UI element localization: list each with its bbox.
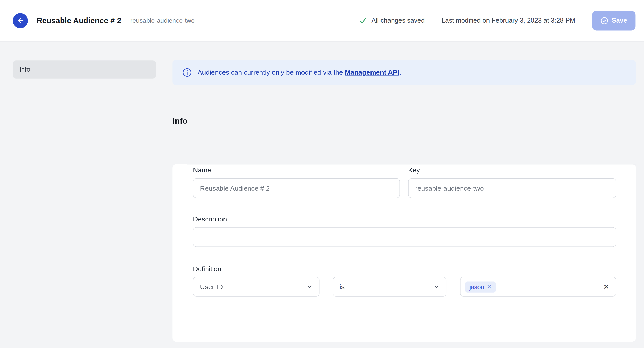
- info-icon: [182, 68, 192, 77]
- definition-label: Definition: [193, 265, 616, 273]
- operator-select[interactable]: is: [333, 277, 446, 297]
- definition-values-input[interactable]: jason ✕ ✕: [460, 277, 616, 297]
- check-icon: [359, 17, 367, 24]
- description-field-group: Description: [193, 215, 616, 247]
- key-input[interactable]: [408, 178, 616, 198]
- key-label: Key: [408, 166, 616, 174]
- info-card: Name Key Description Definition: [172, 164, 636, 342]
- header-divider: [433, 15, 433, 26]
- sidebar: Info: [0, 42, 172, 342]
- property-select-value: User ID: [200, 283, 223, 291]
- back-button[interactable]: [13, 13, 28, 28]
- sidebar-item-info[interactable]: Info: [13, 60, 156, 78]
- banner-text-prefix: Audiences can currently only be modified…: [198, 69, 345, 76]
- card-body: Name Key Description Definition: [172, 164, 636, 296]
- back-arrow-icon: [17, 17, 24, 24]
- chevron-down-icon: [307, 284, 313, 289]
- circle-check-icon: [600, 17, 608, 24]
- name-label: Name: [193, 166, 400, 174]
- remove-tag-icon[interactable]: ✕: [487, 284, 491, 290]
- definition-field-group: Definition User ID: [193, 265, 616, 296]
- app-window: Reusable Audience # 2 reusable-audience-…: [0, 0, 644, 348]
- management-api-link[interactable]: Management API: [345, 69, 399, 76]
- section-divider: [172, 140, 636, 140]
- banner-text: Audiences can currently only be modified…: [198, 69, 401, 76]
- description-input[interactable]: [193, 227, 616, 247]
- tag-chip-label: jason: [470, 283, 484, 290]
- page-subtitle: reusable-audience-two: [130, 17, 195, 24]
- tag-chip[interactable]: jason ✕: [465, 281, 496, 292]
- operator-select-value: is: [340, 283, 345, 291]
- banner-text-suffix: .: [399, 69, 401, 76]
- save-status-text: All changes saved: [371, 17, 425, 24]
- section-title: Info: [172, 116, 636, 126]
- sidebar-item-label: Info: [19, 66, 30, 73]
- property-select[interactable]: User ID: [193, 277, 319, 297]
- chevron-down-icon: [434, 284, 439, 289]
- page-title: Reusable Audience # 2: [36, 16, 121, 25]
- main-content: Audiences can currently only be modified…: [172, 42, 644, 342]
- clear-input-icon[interactable]: ✕: [603, 283, 609, 290]
- save-button-label: Save: [612, 17, 627, 24]
- key-field-group: Key: [408, 166, 616, 198]
- name-field-group: Name: [193, 166, 400, 198]
- name-key-row: Name Key: [193, 166, 616, 198]
- definition-controls: User ID is: [193, 277, 616, 297]
- header-right: All changes saved Last modified on Febru…: [359, 11, 635, 31]
- info-banner: Audiences can currently only be modified…: [172, 60, 636, 85]
- save-button[interactable]: Save: [592, 11, 636, 31]
- header: Reusable Audience # 2 reusable-audience-…: [0, 0, 644, 42]
- name-input[interactable]: [193, 178, 400, 198]
- page-body: Info Audiences can currently only be mod…: [0, 42, 644, 342]
- description-label: Description: [193, 215, 616, 223]
- last-modified-text: Last modified on February 3, 2023 at 3:2…: [442, 17, 575, 24]
